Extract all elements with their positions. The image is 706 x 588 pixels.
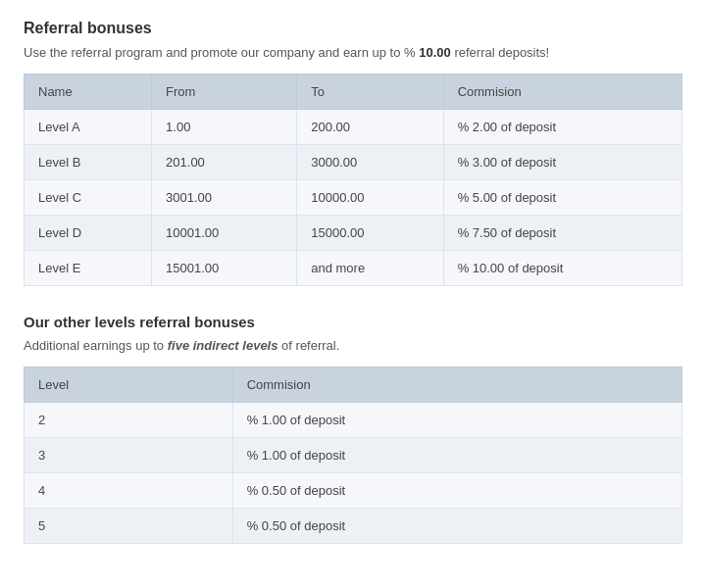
cell-name: Level A [25,110,152,145]
cell-level: 3 [25,438,233,473]
table1-header: Name From To Commision [25,74,682,110]
cell-level: 2 [25,403,233,438]
cell-commission: % 0.50 of deposit [232,509,681,544]
cell-commission: % 1.00 of deposit [232,438,681,473]
section2-desc-suffix: of referral. [281,338,339,353]
cell-to: 3000.00 [297,145,443,180]
cell-commission: % 1.00 of deposit [232,403,681,438]
cell-to: and more [297,251,443,286]
indirect-levels-table: Level Commision 2% 1.00 of deposit3% 1.0… [24,367,682,544]
table2-header: Level Commision [25,368,682,403]
cell-commission: % 5.00 of deposit [443,180,681,216]
table1-body: Level A1.00200.00% 2.00 of depositLevel … [25,110,682,286]
referral-levels-table: Name From To Commision Level A1.00200.00… [24,74,682,286]
cell-commission: % 2.00 of deposit [443,110,681,145]
cell-to: 200.00 [297,110,443,145]
cell-level: 5 [25,509,233,544]
section2-description: Additional earnings up to five indirect … [24,338,682,353]
cell-commission: % 3.00 of deposit [443,145,681,180]
col-to: To [297,74,443,110]
cell-level: 4 [25,473,233,509]
table-row: Level A1.00200.00% 2.00 of deposit [25,110,682,145]
table-row: Level C3001.0010000.00% 5.00 of deposit [25,180,682,216]
cell-to: 15000.00 [297,216,443,251]
table-row: 2% 1.00 of deposit [25,403,682,438]
cell-from: 3001.00 [152,180,297,216]
col-commission: Commision [443,74,681,110]
table-row: Level D10001.0015000.00% 7.50 of deposit [25,216,682,251]
cell-from: 1.00 [152,110,297,145]
table1-header-row: Name From To Commision [25,74,682,110]
cell-from: 15001.00 [152,251,297,286]
table-row: Level B201.003000.00% 3.00 of deposit [25,145,682,180]
cell-name: Level D [25,216,152,251]
table2-header-row: Level Commision [25,368,682,403]
section2-title: Our other levels referral bonuses [24,314,682,330]
col-from: From [152,74,297,110]
cell-from: 201.00 [152,145,297,180]
description-highlight: 10.00 [419,45,451,60]
cell-commission: % 0.50 of deposit [232,473,681,509]
cell-name: Level B [25,145,152,180]
table-row: Level E15001.00and more% 10.00 of deposi… [25,251,682,286]
section2-desc-prefix: Additional earnings up to [24,338,164,353]
cell-from: 10001.00 [152,216,297,251]
table-row: 5% 0.50 of deposit [25,509,682,544]
cell-commission: % 10.00 of deposit [443,251,681,286]
cell-name: Level C [25,180,152,216]
table-row: 4% 0.50 of deposit [25,473,682,509]
col-level: Level [25,368,233,403]
section2-desc-highlight: five indirect levels [168,338,278,353]
cell-name: Level E [25,251,152,286]
col-name: Name [25,74,152,110]
cell-commission: % 7.50 of deposit [443,216,681,251]
page-description: Use the referral program and promote our… [24,45,682,60]
cell-to: 10000.00 [297,180,443,216]
table-row: 3% 1.00 of deposit [25,438,682,473]
col-commission2: Commision [232,368,681,403]
table2-body: 2% 1.00 of deposit3% 1.00 of deposit4% 0… [25,403,682,544]
description-suffix: referral deposits! [454,45,549,60]
page-title: Referral bonuses [24,20,682,37]
description-prefix: Use the referral program and promote our… [24,45,416,60]
